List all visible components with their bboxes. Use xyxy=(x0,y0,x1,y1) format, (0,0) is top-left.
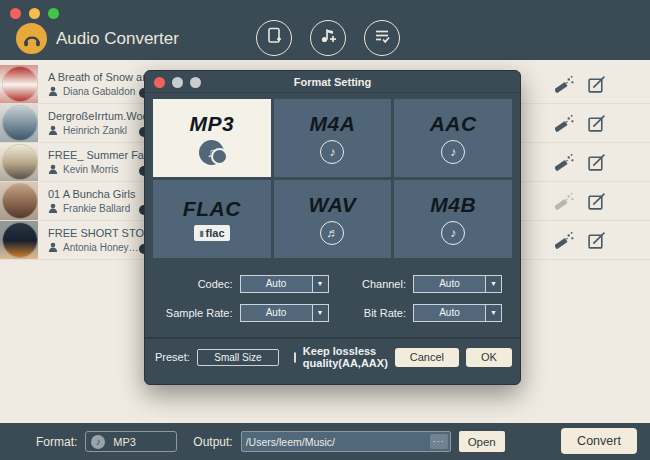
edit-icon[interactable] xyxy=(587,75,606,94)
sample-rate-label: Sample Rate: xyxy=(166,307,233,319)
output-label: Output: xyxy=(193,435,232,449)
codec-select[interactable]: Auto ▼ xyxy=(240,275,329,293)
preset-label: Preset: xyxy=(155,351,190,363)
mp3-notes-icon: ♫ xyxy=(199,140,224,165)
app-title: Audio Converter xyxy=(56,29,179,49)
zoom-button[interactable] xyxy=(48,8,59,19)
album-art xyxy=(0,182,46,220)
dialog-titlebar: Format Setting xyxy=(145,71,520,93)
channel-select[interactable]: Auto ▼ xyxy=(413,275,502,293)
format-tile-flac[interactable]: FLAC flac xyxy=(153,180,271,258)
add-file-button[interactable] xyxy=(256,20,292,56)
circle-note-icon: ♪ xyxy=(320,140,344,164)
effect-wand-icon[interactable] xyxy=(555,75,574,94)
dialog-minimize-button xyxy=(172,77,183,88)
audio-converter-window: Audio Converter xyxy=(0,0,650,460)
circle-note-icon: ♪ xyxy=(441,221,465,245)
person-icon xyxy=(48,125,58,137)
close-button[interactable] xyxy=(10,8,21,19)
effect-wand-icon[interactable] xyxy=(555,192,574,211)
edit-icon[interactable] xyxy=(587,231,606,250)
format-tile-m4b[interactable]: M4B ♪ xyxy=(394,180,512,258)
effect-wand-icon[interactable] xyxy=(555,231,574,250)
bit-rate-select[interactable]: Auto ▼ xyxy=(413,304,502,322)
open-button[interactable]: Open xyxy=(459,431,505,452)
channel-label: Channel: xyxy=(362,278,406,290)
format-tile-aac[interactable]: AAC ♪ xyxy=(394,99,512,177)
edit-icon[interactable] xyxy=(587,153,606,172)
chevron-down-icon: ▼ xyxy=(485,305,501,321)
sample-rate-select[interactable]: Auto ▼ xyxy=(240,304,329,322)
lossless-checkbox[interactable] xyxy=(294,352,296,363)
output-path-input[interactable] xyxy=(242,436,430,448)
circle-clef-icon: ♬ xyxy=(320,221,344,245)
track-title: 01 A Buncha Girls xyxy=(48,188,135,200)
format-label: Format: xyxy=(36,435,77,449)
format-tile-wav[interactable]: WAV ♬ xyxy=(274,180,392,258)
format-setting-dialog: Format Setting MP3 ♫ M4A ♪ AAC ♪ FLAC fl… xyxy=(144,70,521,385)
chevron-down-icon: ▼ xyxy=(485,276,501,292)
format-tile-mp3[interactable]: MP3 ♫ xyxy=(153,99,271,177)
cancel-button[interactable]: Cancel xyxy=(395,348,459,367)
format-value: MP3 xyxy=(113,436,136,448)
dialog-title: Format Setting xyxy=(294,76,372,88)
header-toolbar xyxy=(256,20,400,56)
person-icon xyxy=(48,242,58,254)
minimize-button[interactable] xyxy=(29,8,40,19)
person-icon xyxy=(48,164,58,176)
output-path-field: ··· xyxy=(241,431,451,452)
album-art xyxy=(0,143,46,181)
window-controls xyxy=(10,8,59,19)
album-art xyxy=(0,65,46,103)
add-music-icon xyxy=(318,26,338,50)
track-title: DergroßeIrrtum.Wodie xyxy=(48,110,157,122)
chevron-down-icon: ▼ xyxy=(312,305,328,321)
track-author: Frankie Ballard xyxy=(48,203,135,215)
format-tile-m4a[interactable]: M4A ♪ xyxy=(274,99,392,177)
person-icon xyxy=(48,86,58,98)
add-file-icon xyxy=(264,26,284,50)
ok-button[interactable]: OK xyxy=(466,348,512,367)
edit-icon[interactable] xyxy=(587,192,606,211)
status-bar: Format: ♪ MP3 Output: ··· Open Convert xyxy=(0,423,650,460)
effect-wand-icon[interactable] xyxy=(555,114,574,133)
app-header: Audio Converter xyxy=(0,0,650,60)
add-music-button[interactable] xyxy=(310,20,346,56)
chevron-down-icon: ▼ xyxy=(312,276,328,292)
app-logo-icon xyxy=(16,23,47,54)
music-note-icon: ♪ xyxy=(91,435,105,449)
format-grid: MP3 ♫ M4A ♪ AAC ♪ FLAC flac WAV ♬ M4B ♪ xyxy=(153,99,512,258)
dialog-close-button[interactable] xyxy=(154,77,165,88)
album-art xyxy=(0,104,46,142)
flac-badge-icon: flac xyxy=(194,225,230,241)
preset-field[interactable] xyxy=(197,349,279,366)
lossless-checkbox-label: Keep lossless quality(AA,AAX) xyxy=(303,345,388,369)
album-art xyxy=(0,221,46,259)
convert-button[interactable]: Convert xyxy=(561,428,637,454)
circle-note-icon: ♪ xyxy=(441,140,465,164)
edit-icon[interactable] xyxy=(587,114,606,133)
app-brand: Audio Converter xyxy=(16,23,179,54)
task-list-icon xyxy=(372,26,392,50)
task-list-button[interactable] xyxy=(364,20,400,56)
format-selector[interactable]: ♪ MP3 xyxy=(85,431,177,452)
effect-wand-icon[interactable] xyxy=(555,153,574,172)
dialog-footer: Preset: Keep lossless quality(AA,AAX) Ca… xyxy=(145,339,520,375)
codec-label: Codec: xyxy=(198,278,233,290)
dialog-zoom-button xyxy=(190,77,201,88)
person-icon xyxy=(48,203,58,215)
bit-rate-label: Bit Rate: xyxy=(364,307,406,319)
browse-button[interactable]: ··· xyxy=(430,434,448,449)
format-options: Codec: Auto ▼ Channel: Auto ▼ Sample Rat… xyxy=(155,275,502,322)
